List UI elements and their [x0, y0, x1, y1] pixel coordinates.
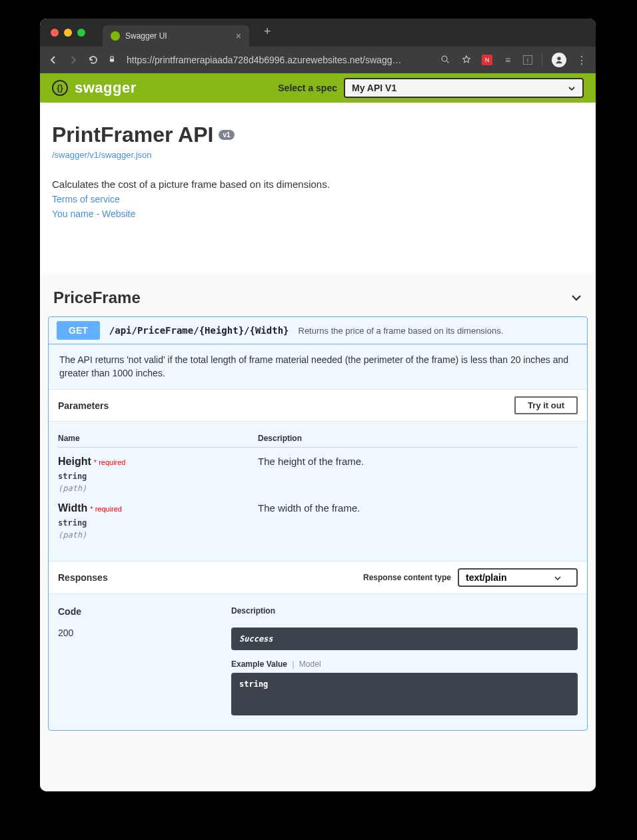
param-name: Height [58, 456, 91, 467]
swagger-favicon-icon [111, 31, 120, 41]
col-desc-header: Description [258, 434, 578, 443]
response-code: 200 [58, 628, 231, 715]
spacer [40, 226, 596, 272]
titlebar: Swagger UI × + [40, 19, 596, 47]
profile-avatar[interactable] [552, 53, 566, 67]
example-value-block: string [231, 673, 578, 715]
menu-icon[interactable]: ⋮ [576, 54, 588, 67]
back-button[interactable] [48, 55, 59, 65]
param-type: string [58, 518, 258, 528]
browser-window: Swagger UI × + https://printframerapiaad… [40, 19, 596, 791]
required-badge: required [90, 505, 122, 513]
forward-button[interactable] [68, 55, 79, 65]
model-tab[interactable]: Model [299, 659, 321, 669]
url-display[interactable]: https://printframerapiaada728d4b6996.azu… [127, 55, 430, 65]
try-it-out-button[interactable]: Try it out [514, 396, 578, 414]
operation-block: GET /api/PriceFrame/{Height}/{Width} Ret… [48, 316, 588, 731]
api-header: PrintFramer API v1 /swagger/v1/swagger.j… [40, 103, 596, 226]
ext2-icon[interactable]: ≡ [502, 55, 514, 65]
svg-point-2 [557, 57, 560, 60]
spec-select[interactable]: My API V1 [344, 78, 584, 98]
new-tab-button[interactable]: + [264, 25, 271, 39]
tag-name: PriceFrame [53, 288, 141, 307]
swagger-brand: swagger [75, 79, 137, 97]
operation-summary[interactable]: GET /api/PriceFrame/{Height}/{Width} Ret… [49, 317, 587, 344]
operation-note: The API returns 'not valid' if the total… [49, 344, 587, 389]
tab-title: Swagger UI [125, 31, 167, 41]
param-location: (path) [58, 530, 258, 540]
page-content: PrintFramer API v1 /swagger/v1/swagger.j… [40, 103, 596, 791]
chevron-down-icon [568, 84, 576, 92]
api-description: Calculates the cost of a picture frame b… [52, 179, 584, 190]
response-row: 200 Success Example Value | Model string [58, 621, 578, 722]
param-desc: The width of the frame. [258, 502, 578, 514]
required-badge: required [94, 458, 126, 466]
param-row: Heightrequired string (path) The height … [58, 448, 578, 494]
param-desc: The height of the frame. [258, 456, 578, 467]
ext3-icon[interactable]: ↕ [523, 55, 532, 65]
spec-select-label: Select a spec [278, 83, 337, 93]
address-bar: https://printframerapiaada728d4b6996.azu… [40, 47, 596, 73]
param-type: string [58, 472, 258, 481]
operation-summary-text: Returns the price of a frame based on it… [299, 326, 504, 336]
response-content-label: Response content type [363, 573, 451, 582]
contact-link[interactable]: You name - Website [52, 209, 135, 219]
lock-icon[interactable] [108, 55, 116, 65]
spec-select-value: My API V1 [352, 83, 396, 93]
parameters-title: Parameters [58, 400, 109, 411]
chevron-down-icon [554, 574, 562, 582]
responses-bar: Responses Response content type text/pla… [49, 561, 587, 594]
operation-path: /api/PriceFrame/{Height}/{Width} [109, 325, 289, 336]
parameters-bar: Parameters Try it out [49, 389, 587, 422]
col-name-header: Name [58, 434, 258, 443]
ext1-icon[interactable]: N [482, 55, 492, 65]
window-minimize[interactable] [64, 29, 72, 37]
window-close[interactable] [51, 29, 59, 37]
swagger-topbar: {} swagger Select a spec My API V1 [40, 73, 596, 103]
response-description: Success [231, 628, 578, 650]
response-content-value: text/plain [466, 572, 506, 583]
svg-rect-0 [110, 59, 114, 62]
star-icon[interactable] [460, 55, 472, 66]
close-tab-icon[interactable]: × [236, 31, 241, 41]
swagger-logo-icon: {} [52, 80, 68, 96]
spec-url-link[interactable]: /swagger/v1/swagger.json [52, 150, 584, 160]
param-row: Widthrequired string (path) The width of… [58, 494, 578, 541]
tag-header[interactable]: PriceFrame [47, 282, 589, 316]
parameters-table: Name Description Heightrequired string (… [49, 422, 587, 561]
api-version-badge: v1 [219, 130, 234, 140]
separator [542, 54, 542, 66]
responses-title: Responses [58, 572, 108, 583]
browser-tab[interactable]: Swagger UI × [103, 25, 249, 47]
resp-col-desc: Description [231, 606, 578, 617]
terms-link[interactable]: Terms of service [52, 194, 120, 205]
window-maximize[interactable] [77, 29, 85, 37]
api-title: PrintFramer API [52, 123, 213, 147]
tag-section: PriceFrame GET /api/PriceFrame/{Height}/… [40, 272, 596, 751]
param-location: (path) [58, 484, 258, 493]
response-content-select[interactable]: text/plain [458, 568, 578, 587]
reload-button[interactable] [88, 55, 99, 65]
svg-point-1 [442, 56, 447, 61]
chevron-down-icon [570, 292, 582, 304]
param-name: Width [58, 502, 87, 514]
zoom-icon[interactable] [439, 55, 451, 66]
responses-body: Code Description 200 Success Example Val… [49, 594, 587, 730]
http-method-badge: GET [57, 321, 100, 340]
resp-col-code: Code [58, 606, 231, 617]
example-value-tab[interactable]: Example Value [231, 659, 287, 669]
